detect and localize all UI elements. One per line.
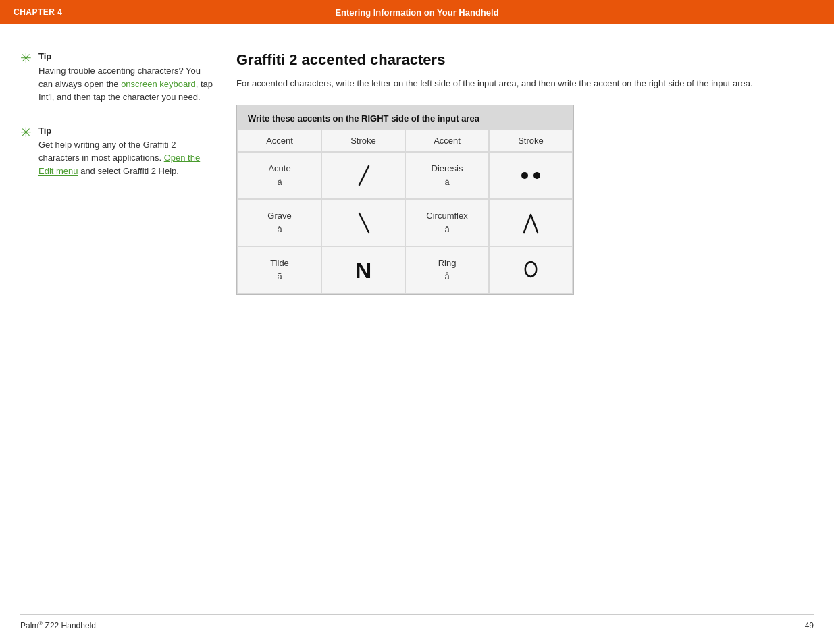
onscreen-keyboard-link[interactable]: onscreen keyboard xyxy=(121,79,196,89)
stroke-ring xyxy=(490,247,572,293)
tip-star-icon-2: ✳ xyxy=(20,124,32,140)
accent-circumflex-name: Circumflex xyxy=(426,209,467,223)
col-header-accent1: Accent xyxy=(238,130,321,151)
accent-tilde: Tilde ã xyxy=(238,247,321,293)
stroke-acute xyxy=(322,153,405,198)
accent-ring-name: Ring xyxy=(438,257,457,270)
circumflex-stroke-svg xyxy=(517,208,544,238)
tip-content-1: Tip Having trouble accenting characters?… xyxy=(38,51,216,104)
dot1-svg xyxy=(521,171,529,180)
tip-label-2: Tip xyxy=(38,126,216,136)
svg-text:N: N xyxy=(355,257,372,283)
svg-line-3 xyxy=(359,213,369,232)
tip-text-1: Having trouble accenting characters? You… xyxy=(38,64,216,104)
tilde-stroke-svg: N xyxy=(350,255,377,285)
stroke-dieresis xyxy=(490,153,572,198)
grave-stroke-svg xyxy=(350,208,377,238)
stroke-grave xyxy=(322,200,405,246)
accent-dieresis: Dieresis ä xyxy=(406,153,488,198)
accent-acute-char: á xyxy=(277,176,282,189)
footer-page: 49 xyxy=(805,621,814,630)
svg-line-0 xyxy=(359,166,369,185)
section-intro: For accented characters, write the lette… xyxy=(236,77,814,91)
accent-ring-char: å xyxy=(444,270,449,284)
footer: Palm® Z22 Handheld 49 xyxy=(20,614,814,630)
header-bar: CHAPTER 4 Entering Information on Your H… xyxy=(0,0,834,24)
accent-grave-char: à xyxy=(277,223,282,236)
tip-block-1: ✳ Tip Having trouble accenting character… xyxy=(20,51,216,104)
right-content: Graffiti 2 accented characters For accen… xyxy=(236,51,814,295)
accent-tilde-name: Tilde xyxy=(270,257,289,270)
section-title: Graffiti 2 accented characters xyxy=(236,51,814,69)
open-edit-menu-link[interactable]: Open the Edit menu xyxy=(38,153,200,176)
main-content: ✳ Tip Having trouble accenting character… xyxy=(0,24,834,336)
accent-dieresis-name: Dieresis xyxy=(432,162,463,176)
footer-brand: Palm® Z22 Handheld xyxy=(20,620,96,630)
accent-dieresis-char: ä xyxy=(444,176,449,189)
svg-point-1 xyxy=(521,172,528,179)
stroke-tilde: N xyxy=(322,247,405,293)
col-header-stroke2: Stroke xyxy=(490,130,572,151)
stroke-circumflex xyxy=(490,200,572,246)
tip-label-1: Tip xyxy=(38,51,216,61)
accent-circumflex-char: â xyxy=(444,223,449,236)
sidebar: ✳ Tip Having trouble accenting character… xyxy=(20,51,236,295)
accent-circumflex: Circumflex â xyxy=(406,200,488,246)
accent-ring: Ring å xyxy=(406,247,488,293)
dot2-svg xyxy=(533,171,541,180)
accent-grid: Accent Stroke Accent Stroke Acute á Dier… xyxy=(238,130,572,293)
ring-stroke-svg xyxy=(517,255,544,285)
page-title: Entering Information on Your Handheld xyxy=(335,7,498,18)
tip-content-2: Tip Get help writing any of the Graffiti… xyxy=(38,126,216,178)
tip-star-icon-1: ✳ xyxy=(20,50,32,66)
col-header-stroke1: Stroke xyxy=(322,130,405,151)
chapter-label: CHAPTER 4 xyxy=(14,7,63,17)
tip-text-2: Get help writing any of the Graffiti 2 c… xyxy=(38,138,216,178)
svg-point-2 xyxy=(533,172,540,179)
table-header: Write these accents on the RIGHT side of… xyxy=(238,107,572,130)
accent-grave-name: Grave xyxy=(267,209,291,223)
accent-tilde-char: ã xyxy=(277,270,282,284)
accent-table: Write these accents on the RIGHT side of… xyxy=(236,105,574,295)
accent-grave: Grave à xyxy=(238,200,321,246)
col-header-accent2: Accent xyxy=(406,130,488,151)
acute-stroke-svg xyxy=(350,161,377,190)
accent-acute-name: Acute xyxy=(268,162,290,176)
accent-acute: Acute á xyxy=(238,153,321,198)
tip-block-2: ✳ Tip Get help writing any of the Graffi… xyxy=(20,126,216,178)
